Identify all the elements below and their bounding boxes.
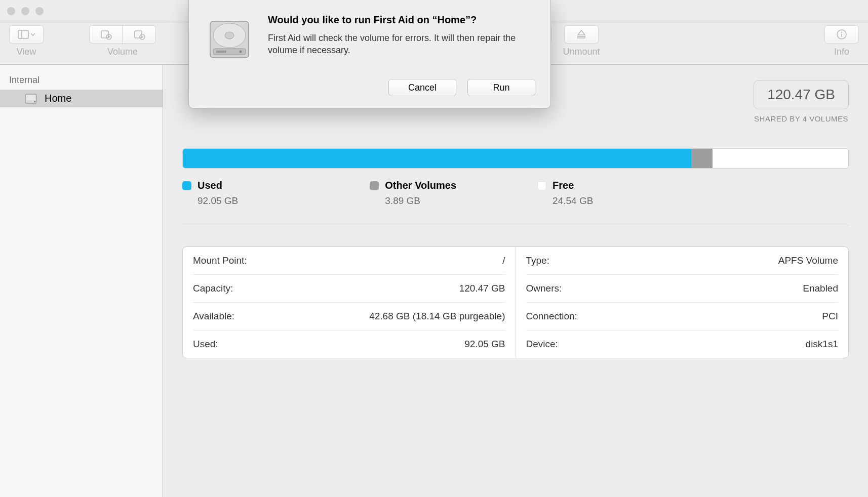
svg-point-14: [841, 32, 842, 33]
zoom-window-button[interactable]: [35, 7, 44, 15]
sidebar-item-home[interactable]: Home: [0, 90, 163, 107]
info-key: Capacity:: [193, 283, 233, 294]
info-key: Owners:: [526, 283, 562, 294]
svg-rect-12: [578, 36, 585, 38]
info-col-left: Mount Point:/ Capacity:120.47 GB Availab…: [183, 247, 516, 358]
modal-description: First Aid will check the volume for erro…: [268, 32, 535, 57]
usage-legend: Used 92.05 GB Other Volumes 3.89 GB Free: [182, 180, 849, 206]
sidebar-section-internal: Internal: [0, 71, 163, 90]
legend-dot-other: [370, 181, 379, 190]
info-group: Info: [824, 25, 859, 57]
disk-utility-window: Disk Utility View Volume: [0, 0, 868, 497]
info-key: Mount Point:: [193, 255, 247, 266]
sidebar: Internal Home: [0, 65, 163, 497]
usage-segment-used: [183, 149, 691, 168]
usage-bar: [182, 148, 849, 169]
info-val: APFS Volume: [778, 255, 838, 266]
volume-size: 120.47 GB: [754, 80, 849, 109]
run-button[interactable]: Run: [467, 79, 535, 96]
info-val: 42.68 GB (18.14 GB purgeable): [369, 311, 505, 322]
info-row: Connection:PCI: [526, 303, 839, 330]
info-row: Device:disk1s1: [526, 330, 839, 358]
view-group: View: [9, 25, 44, 57]
add-volume-button[interactable]: [89, 25, 123, 44]
chevron-down-icon: [30, 31, 36, 37]
view-label: View: [17, 47, 36, 57]
modal-title: Would you like to run First Aid on “Home…: [268, 14, 535, 26]
main-panel: 120.47 GB SHARED BY 4 VOLUMES Used 92.05…: [163, 65, 868, 497]
legend-label-used: Used: [198, 180, 222, 191]
info-key: Used:: [193, 339, 218, 350]
legend-value-other: 3.89 GB: [385, 195, 456, 206]
info-row: Capacity:120.47 GB: [193, 275, 505, 303]
legend-label-other: Other Volumes: [385, 180, 456, 191]
legend-used: Used 92.05 GB: [182, 180, 238, 206]
info-label: Info: [834, 47, 849, 57]
info-val: disk1s1: [806, 339, 838, 350]
first-aid-modal: Would you like to run First Aid on “Home…: [188, 0, 551, 109]
svg-rect-6: [135, 31, 142, 38]
volume-minus-icon: [133, 28, 146, 41]
minimize-window-button[interactable]: [21, 7, 29, 15]
info-row: Type:APFS Volume: [526, 247, 839, 275]
legend-value-used: 92.05 GB: [198, 195, 238, 206]
info-row: Mount Point:/: [193, 247, 505, 275]
info-val: /: [502, 255, 505, 266]
legend-free: Free 24.54 GB: [537, 180, 593, 206]
cancel-button[interactable]: Cancel: [388, 79, 456, 96]
volume-plus-icon: [99, 28, 112, 41]
usage-segment-other: [691, 149, 713, 168]
svg-rect-2: [101, 31, 108, 38]
svg-point-21: [225, 32, 234, 39]
svg-rect-23: [216, 51, 226, 53]
info-val: Enabled: [803, 283, 838, 294]
content-area: Internal Home 120.47 GB SHARED BY 4 VOLU…: [0, 65, 868, 497]
info-val: 92.05 GB: [464, 339, 505, 350]
info-grid: Mount Point:/ Capacity:120.47 GB Availab…: [182, 246, 849, 358]
info-val: PCI: [822, 311, 838, 322]
svg-rect-17: [26, 95, 35, 100]
unmount-group: Unmount: [563, 25, 600, 57]
info-icon: [835, 28, 848, 41]
sidebar-layout-icon: [17, 28, 30, 41]
volume-shared-text: SHARED BY 4 VOLUMES: [754, 114, 848, 123]
drive-icon: [24, 93, 37, 104]
svg-point-18: [34, 101, 35, 102]
info-row: Owners:Enabled: [526, 275, 839, 303]
legend-value-free: 24.54 GB: [553, 195, 593, 206]
info-row: Used:92.05 GB: [193, 330, 505, 358]
svg-rect-0: [18, 30, 28, 38]
traffic-lights: [7, 7, 44, 15]
legend-other: Other Volumes 3.89 GB: [370, 180, 456, 206]
legend-dot-free: [537, 181, 546, 190]
info-key: Connection:: [526, 311, 577, 322]
unmount-button[interactable]: [564, 25, 599, 44]
volume-size-wrap: 120.47 GB SHARED BY 4 VOLUMES: [754, 80, 849, 123]
info-key: Type:: [526, 255, 549, 266]
legend-label-free: Free: [553, 180, 574, 191]
info-key: Device:: [526, 339, 558, 350]
volume-group: Volume: [89, 25, 156, 57]
info-button[interactable]: [824, 25, 859, 44]
legend-dot-used: [182, 181, 191, 190]
section-divider: [182, 226, 849, 226]
remove-volume-button[interactable]: [123, 25, 156, 44]
close-window-button[interactable]: [7, 7, 15, 15]
view-button[interactable]: [9, 25, 44, 44]
volume-label: Volume: [107, 47, 138, 57]
info-key: Available:: [193, 311, 234, 322]
eject-icon: [575, 28, 588, 41]
info-row: Available:42.68 GB (18.14 GB purgeable): [193, 303, 505, 330]
info-val: 120.47 GB: [459, 283, 505, 294]
modal-drive-icon: [204, 14, 255, 67]
unmount-label: Unmount: [563, 47, 600, 57]
info-col-right: Type:APFS Volume Owners:Enabled Connecti…: [516, 247, 849, 358]
usage-segment-free: [713, 149, 848, 168]
sidebar-item-label: Home: [45, 93, 71, 104]
svg-point-24: [240, 51, 242, 53]
